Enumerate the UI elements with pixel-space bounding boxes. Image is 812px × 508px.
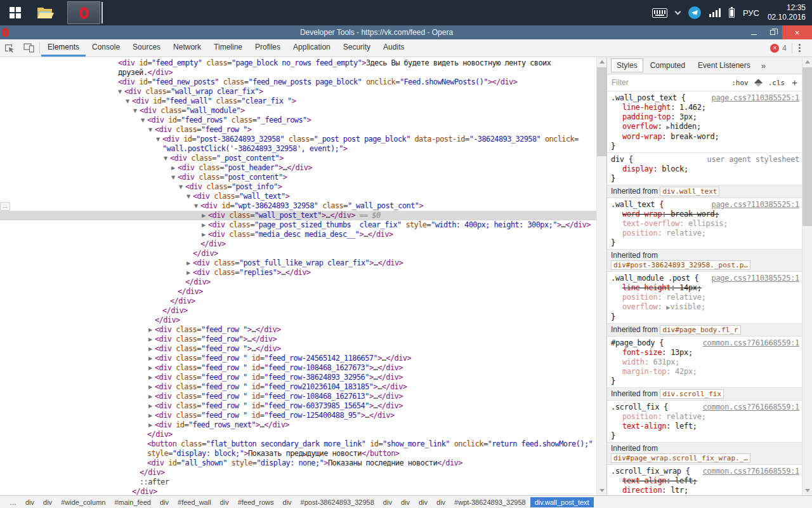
css-property-value[interactable]: hidden (670, 122, 697, 131)
more-tabs-icon[interactable]: » (761, 61, 766, 70)
css-property[interactable]: overflow: ▶hidden; (611, 122, 799, 132)
expand-arrow-right-icon[interactable]: ▶ (187, 258, 193, 268)
sidebar-tab-styles[interactable]: Styles (611, 58, 643, 72)
tree-node[interactable]: ▶<div class="feed_row " id="feed_row-603… (0, 401, 596, 411)
tray-chevron-icon[interactable] (674, 9, 681, 15)
expand-arrow-right-icon[interactable]: ▶ (148, 382, 155, 392)
breadcrumb-item[interactable]: #wpt-38624893_32958 (450, 497, 530, 507)
stylesheet-link[interactable]: page.css?110385525:1 (712, 93, 800, 103)
device-toolbar-button[interactable] (19, 39, 38, 57)
css-property-name[interactable]: line-height (622, 283, 671, 292)
expand-arrow-right-icon[interactable]: ▶ (148, 363, 155, 373)
tree-node[interactable]: </div> (0, 316, 596, 325)
scroll-up-icon[interactable] (599, 60, 605, 64)
css-property-value[interactable]: block (662, 164, 684, 173)
rule-selector[interactable]: .scroll_fix_wrap { (611, 467, 690, 476)
css-property[interactable]: direction: ltr; (611, 486, 799, 495)
css-property-name[interactable]: text-overflow (622, 219, 679, 228)
breadcrumb-item[interactable]: div (432, 497, 450, 507)
expand-arrow-right-icon[interactable]: ▶ (202, 220, 208, 230)
expand-arrow-down-icon[interactable]: ▼ (141, 116, 147, 125)
css-property[interactable]: margin-top: 42px; (611, 367, 799, 377)
tree-node[interactable]: ▶<div class="replies">…</div> (0, 268, 596, 277)
tree-node[interactable]: style="display: block;">Показать предыду… (0, 449, 596, 458)
styles-filter-input[interactable] (612, 78, 724, 87)
css-property-name[interactable]: word-wrap (622, 210, 662, 218)
tree-node[interactable]: ▼<div id="post-38624893_32958" class="_p… (0, 135, 596, 144)
tree-node[interactable]: </div> (0, 287, 596, 297)
tab-sources[interactable]: Sources (126, 39, 167, 57)
css-property-name[interactable]: direction (622, 486, 662, 495)
breadcrumb-item[interactable]: div (21, 497, 39, 507)
css-property-value[interactable]: 13px (671, 348, 688, 357)
expand-arrow-down-icon[interactable]: ▼ (179, 182, 185, 192)
css-property-value[interactable]: left (675, 422, 693, 431)
css-property-value[interactable]: visible (670, 302, 700, 311)
element-state-icon[interactable] (754, 79, 763, 87)
css-property[interactable]: position: relative; (611, 293, 799, 302)
breadcrumb-item[interactable]: #feed_rows (233, 497, 278, 507)
tab-audits[interactable]: Audits (377, 39, 410, 57)
expand-arrow-down-icon[interactable]: ▼ (194, 201, 200, 211)
css-property[interactable]: padding-top: 3px; (611, 112, 799, 122)
tree-node[interactable]: ▶<div id="feed_rows_next">…</div> (0, 420, 596, 430)
sidebar-tab-event-listeners[interactable]: Event Listeners (692, 58, 756, 72)
expand-arrow-right-icon[interactable]: ▶ (202, 211, 208, 220)
tab-security[interactable]: Security (337, 39, 377, 57)
inherited-node-link[interactable]: div.scroll_fix (660, 389, 724, 399)
css-property-name[interactable]: position (622, 229, 657, 237)
tree-node[interactable]: </div> (0, 430, 596, 439)
network-signal-icon[interactable] (709, 8, 721, 17)
inspect-element-button[interactable] (0, 39, 19, 57)
expand-arrow-right-icon[interactable]: ▶ (148, 354, 155, 363)
breadcrumb-item[interactable]: div (379, 497, 396, 507)
tree-node[interactable]: ▼<div class="_post_content"> (0, 154, 596, 163)
tab-profiles[interactable]: Profiles (249, 39, 287, 57)
tree-node[interactable]: ▼<div id="feed_wall" class="clear_fix "> (0, 97, 596, 106)
toggle-hover-state-button[interactable]: :hov (731, 79, 749, 87)
tree-node[interactable]: ▶<div class="feed_row " id="feed_row-108… (0, 392, 596, 401)
css-property-name[interactable]: position (622, 412, 657, 421)
tree-node[interactable]: ▶<div class="feed_row">…</div> (0, 335, 596, 344)
tree-node[interactable]: ▼<div class="wall_text"> (0, 192, 596, 201)
tab-console[interactable]: Console (86, 39, 126, 57)
css-property[interactable]: line-height: 1.462; (611, 103, 799, 112)
css-property[interactable]: word-wrap: break-word; (611, 210, 799, 219)
tree-node[interactable]: ▶<div class="feed_row ">…</div> (0, 325, 596, 335)
css-property-value[interactable]: break-word (671, 132, 714, 141)
breadcrumb-item[interactable]: #main_feed (110, 497, 155, 507)
css-property-value[interactable]: 3px (679, 112, 693, 121)
inherited-node-link[interactable]: div#page_body.fl_r (660, 325, 740, 335)
tree-node[interactable]: "wall.postClick('-38624893_32958', event… (0, 144, 596, 154)
expand-arrow-right-icon[interactable]: ▶ (148, 392, 155, 401)
tree-node[interactable]: ▼<div id="wpt-38624893_32958" class="_wa… (0, 201, 596, 211)
sidebar-tab-computed[interactable]: Computed (645, 58, 691, 72)
breadcrumb-item[interactable]: #post-38624893_32958 (296, 497, 379, 507)
tree-node[interactable]: </div> (0, 297, 596, 306)
css-property-name[interactable]: overflow (622, 302, 657, 311)
css-property[interactable]: width: 631px; (611, 358, 799, 367)
scrollbar-thumb[interactable] (597, 67, 606, 156)
expand-arrow-right-icon[interactable]: ▶ (148, 325, 155, 335)
css-property-value[interactable]: ellipsis (688, 219, 723, 228)
tree-node-selected[interactable]: ▶<div class="wall_post_text">…</div> == … (0, 211, 596, 220)
telegram-icon[interactable] (688, 6, 701, 19)
rule-selector[interactable]: .wall_post_text { (611, 93, 686, 103)
dom-tree-scrollbar[interactable] (596, 57, 606, 495)
css-property-name[interactable]: text-align (622, 476, 666, 485)
css-property-name[interactable]: margin-top (622, 367, 666, 376)
breadcrumb-item[interactable]: #feed_wall (173, 497, 216, 507)
css-property[interactable]: line-height: 14px; (611, 283, 799, 293)
rule-selector[interactable]: div { (611, 155, 633, 164)
css-property-name[interactable]: overflow (622, 122, 657, 131)
css-property-value[interactable]: 42px (675, 367, 693, 376)
css-property-name[interactable]: display (622, 164, 653, 173)
expand-arrow-right-icon[interactable]: ▶ (148, 344, 155, 354)
tree-node[interactable]: ▶<div class="feed_row " id="feed_row-108… (0, 363, 596, 373)
expand-arrow-right-icon[interactable]: ▶ (148, 420, 155, 430)
css-property[interactable]: text-align: left; (611, 476, 799, 486)
stylesheet-link[interactable]: common.css?761668559:1 (703, 467, 799, 476)
expand-arrow-right-icon[interactable]: ▶ (202, 230, 208, 239)
expand-arrow-right-icon[interactable]: ▶ (148, 373, 155, 382)
expand-arrow-right-icon[interactable]: ▶ (148, 335, 155, 344)
